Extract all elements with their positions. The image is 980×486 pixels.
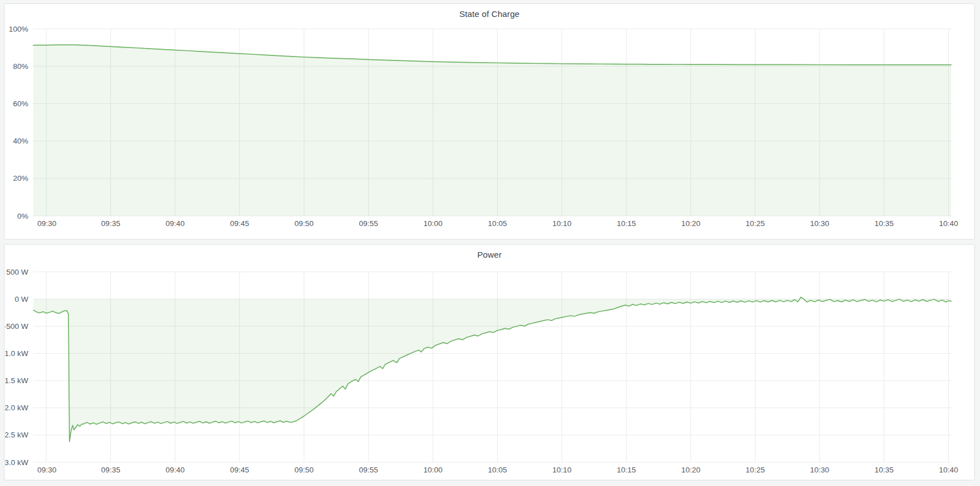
y-tick-label: -2.0 kW (5, 403, 28, 412)
x-tick-label: 09:50 (295, 219, 314, 228)
y-tick-label: -500 W (5, 322, 28, 331)
panel-title-power: Power (5, 245, 974, 263)
x-tick-label: 09:35 (101, 219, 120, 228)
chart-svg: 100%80%60%40%20%0%09:3009:3509:4009:4509… (5, 22, 974, 238)
x-tick-label: 10:35 (875, 219, 894, 228)
x-tick-label: 09:30 (37, 219, 57, 228)
x-tick-label: 10:20 (681, 219, 701, 228)
x-tick-label: 10:30 (810, 466, 830, 474)
x-tick-label: 09:45 (230, 219, 249, 228)
x-tick-label: 09:40 (166, 219, 185, 228)
y-tick-label: 0 W (15, 295, 28, 303)
x-tick-label: 09:45 (230, 466, 249, 474)
y-tick-label: -2.5 kW (5, 431, 28, 439)
y-tick-label: 20% (13, 174, 28, 183)
y-tick-label: 500 W (6, 268, 28, 276)
panel-state-of-charge: State of Charge 100%80%60%40%20%0%09:300… (4, 3, 975, 240)
state-of-charge-chart[interactable]: 100%80%60%40%20%0%09:3009:3509:4009:4509… (5, 22, 974, 238)
x-tick-label: 10:35 (875, 466, 894, 474)
x-tick-label: 10:05 (488, 219, 507, 228)
x-tick-label: 09:55 (359, 219, 378, 228)
x-tick-label: 10:00 (424, 466, 443, 474)
chart-svg: 500 W0 W-500 W-1.0 kW-1.5 kW-2.0 kW-2.5 … (5, 263, 974, 479)
x-tick-label: 09:30 (37, 466, 57, 474)
x-tick-label: 10:20 (681, 466, 701, 474)
y-tick-label: -1.0 kW (5, 349, 28, 358)
y-tick-label: 100% (8, 25, 28, 33)
x-tick-label: 10:25 (746, 466, 765, 474)
x-tick-label: 10:25 (746, 219, 765, 228)
x-tick-label: 10:00 (424, 219, 443, 228)
x-tick-label: 10:40 (939, 466, 959, 474)
x-tick-label: 10:15 (617, 219, 636, 228)
x-tick-label: 10:40 (939, 219, 959, 228)
x-tick-label: 10:10 (552, 466, 572, 474)
x-tick-label: 09:35 (101, 466, 120, 474)
y-tick-label: 0% (17, 212, 28, 220)
power-chart[interactable]: 500 W0 W-500 W-1.0 kW-1.5 kW-2.0 kW-2.5 … (5, 263, 974, 479)
series-area-state-of-charge (33, 45, 951, 216)
x-tick-label: 10:05 (488, 466, 507, 474)
panel-title-state-of-charge: State of Charge (5, 4, 974, 22)
x-tick-label: 09:40 (166, 466, 185, 474)
y-tick-label: 40% (13, 137, 28, 145)
y-tick-label: -1.5 kW (5, 376, 28, 385)
x-tick-label: 09:50 (295, 466, 314, 474)
x-tick-label: 10:10 (552, 219, 572, 228)
x-tick-label: 10:15 (617, 466, 636, 474)
y-tick-label: -3.0 kW (5, 458, 28, 467)
y-tick-label: 60% (13, 99, 28, 108)
x-tick-label: 10:30 (810, 219, 830, 228)
x-tick-label: 09:55 (359, 466, 378, 474)
panel-power: Power 500 W0 W-500 W-1.0 kW-1.5 kW-2.0 k… (4, 244, 975, 480)
y-tick-label: 80% (13, 62, 28, 71)
series-area-power (33, 297, 951, 442)
